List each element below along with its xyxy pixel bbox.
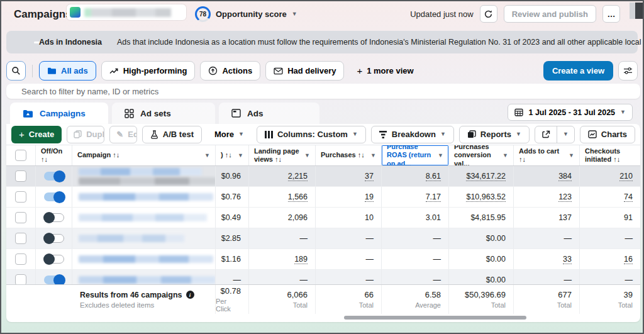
horizontal-scrollbar [6,314,640,322]
campaign-toggle[interactable] [44,276,64,284]
row-checkbox[interactable] [15,170,26,182]
search-icon [11,66,21,75]
metric-link[interactable]: 384 [558,172,572,181]
tab-campaigns[interactable]: Campaigns [10,103,108,124]
row-checkbox[interactable] [15,233,26,244]
table-row[interactable]: $1.16 189 — — $0.00 33 16 [6,249,640,270]
row-checkbox[interactable] [15,191,26,203]
metric-link[interactable]: $10,963.52 [466,192,506,202]
col-cpc-truncated[interactable]: ) ↑↓▼ [216,145,249,165]
row-checkbox[interactable] [15,253,26,265]
copy-icon [74,130,82,138]
campaign-toggle[interactable] [44,213,64,222]
campaign-name-redacted[interactable] [72,249,216,269]
chevron-down-icon: ▼ [620,109,626,115]
export-button[interactable] [535,126,557,143]
col-purchase-roas[interactable]: Purchase ROAS (return on ad...▼ [382,145,449,165]
metric-link[interactable]: 74 [624,192,633,202]
more-options-button[interactable]: … [602,5,620,23]
summary-value: 66 [365,290,374,299]
col-adds-to-cart[interactable]: Adds to cart ↑↓▼ [514,145,580,165]
campaigns-table-panel: + Create Duplicate ▼ ✎ Edit ▼ [6,124,640,322]
window-edge-light [630,3,635,19]
date-range-picker[interactable]: 1 Jul 2025 - 31 Jul 2025 ▼ [508,104,633,121]
view-all-ads[interactable]: All ads [39,61,96,81]
campaign-toggle[interactable] [44,255,64,264]
view-had-delivery[interactable]: Had delivery [265,61,344,81]
table-row[interactable]: $0.96 2,215 37 8.61 $34,617.22 384 210 [6,166,640,187]
campaign-toggle[interactable] [44,192,64,201]
col-checkouts-initiated[interactable]: Checkouts initiated ↑↓ [580,145,640,165]
col-campaign[interactable]: Campaign ↑↓▼ [72,145,216,165]
col-purchases[interactable]: Purchases ↑↓▼ [316,145,382,165]
metric-link[interactable]: 123 [558,192,572,202]
review-and-publish-button[interactable]: Review and publish [504,5,596,23]
col-landing-page-views[interactable]: Landing page views ↑↓▼ [249,145,316,165]
actions-circle-arrow-icon [208,66,218,75]
export-icon [541,130,550,139]
create-button[interactable]: + Create [11,126,62,143]
metric-link[interactable]: 37 [365,172,374,181]
metric-link[interactable]: 33 [563,255,572,264]
one-more-view-button[interactable]: + 1 more view [349,61,421,81]
metric-link[interactable]: 19 [365,192,374,202]
metric-link[interactable]: 210 [619,172,633,181]
ab-test-button[interactable]: A/B test [142,126,202,143]
metric-link[interactable]: 16 [624,255,633,264]
duplicate-split-button: Duplicate ▼ [67,126,104,143]
chevron-down-icon: ▼ [436,153,443,159]
scrollbar-thumb[interactable] [344,316,526,320]
charts-button[interactable]: Charts [580,126,635,143]
info-icon[interactable]: i [186,291,194,299]
breakdown-button[interactable]: Breakdown ▼ [371,126,454,143]
campaign-name-redacted[interactable] [72,228,216,248]
columns-icon [265,131,273,138]
select-all-checkbox[interactable] [15,150,26,161]
table-search-input[interactable] [6,84,640,99]
row-checkbox[interactable] [15,212,26,223]
more-menu-button[interactable]: More ▼ [207,126,252,143]
account-selector[interactable] [67,4,186,20]
pencil-icon: ✎ [116,130,123,139]
divider [32,65,33,77]
table-row[interactable]: — — — — $0.00 — — [6,270,640,284]
table-row[interactable]: $0.76 1,566 19 7.17 $10,963.52 123 74 [6,187,640,208]
metric-link[interactable]: 1,566 [288,192,308,202]
account-name-redacted [84,8,183,17]
filter-settings-button[interactable] [618,61,638,81]
refresh-button[interactable] [480,5,497,23]
metric-link[interactable]: $34,617.22 [466,172,506,181]
campaign-name-redacted[interactable] [72,270,216,284]
summary-value: 6.58 [425,290,441,299]
campaign-name-redacted[interactable] [72,187,216,207]
columns-button[interactable]: Columns: Custom ▼ [257,126,366,143]
duplicate-button[interactable]: Duplicate [67,126,104,143]
row-checkbox[interactable] [15,274,26,284]
metric-link[interactable]: 7.17 [426,192,441,202]
metric-link[interactable]: 8.61 [426,172,441,181]
col-purchases-conversion-value[interactable]: Purchases conversion val...▼ [449,145,514,165]
metric-link[interactable]: 189 [294,255,308,264]
tab-ads[interactable]: Ads [219,103,319,124]
campaign-name-redacted[interactable] [72,166,216,186]
table-row[interactable]: $0.49 2,096 10 3.01 $4,815.95 137 91 [6,208,640,228]
opportunity-score[interactable]: 78 Opportunity score ▼ [195,6,297,22]
search-filter-button[interactable] [6,61,26,81]
updated-status: Updated just now [410,9,473,19]
chevron-down-icon: ▼ [563,131,569,137]
plus-icon: + [357,65,362,76]
create-a-view-button[interactable]: Create a view [543,61,613,81]
tab-ad-sets[interactable]: Ad sets [112,103,215,124]
metric-link[interactable]: 2,215 [288,172,308,181]
view-actions[interactable]: Actions [200,61,260,81]
campaign-toggle[interactable] [44,172,64,181]
edit-button[interactable]: ✎ Edit [110,126,137,143]
campaign-name-redacted[interactable] [72,208,216,228]
campaign-toggle[interactable] [44,234,64,243]
view-high-performing[interactable]: High-performing [101,61,196,81]
table-row[interactable]: $2.85 — — — $0.00 — — [6,228,640,249]
table-header: Off/On ↑↓ Campaign ↑↓▼ ) ↑↓▼ Landing pag… [6,145,640,166]
col-off-on[interactable]: Off/On ↑↓ [36,145,72,165]
reports-button[interactable]: Reports ▼ [459,126,530,143]
export-dropdown[interactable]: ▼ [557,126,574,143]
